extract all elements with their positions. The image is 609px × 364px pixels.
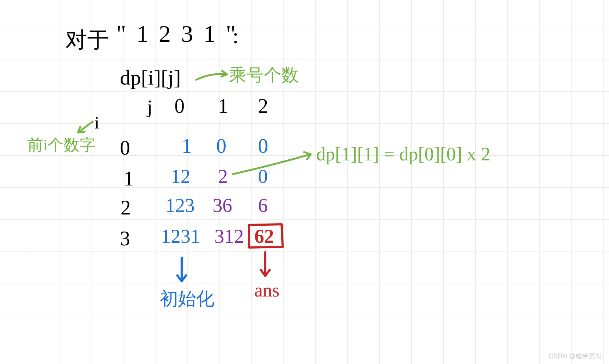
note-prefix-digits: 前i个数字 [27,134,96,156]
cell-2-1: 36 [213,194,232,217]
row-2: 2 [121,196,131,219]
cell-0-2: 0 [258,134,268,158]
cell-0-0: 1 [182,134,192,158]
cell-3-0: 1231 [161,225,200,248]
row-0: 0 [120,136,130,159]
watermark: CSDN @糯米菜勾 [549,352,602,360]
row-1: 1 [124,167,134,190]
cell-1-2: 0 [258,165,268,188]
title-colon: : [233,24,239,49]
cell-1-1: 2 [218,165,228,188]
cell-2-2: 6 [258,194,268,217]
col-0: 0 [174,94,185,118]
dp-label: dp[i][j] [120,65,181,90]
col-header-j: j [147,96,152,118]
row-3: 3 [120,227,130,250]
cell-3-1: 312 [214,225,244,248]
title-prefix: 对于 [65,25,109,55]
col-2: 2 [258,94,268,118]
cell-1-0: 12 [171,165,190,188]
cell-3-2: 62 [254,225,274,248]
row-header-i: i [94,113,99,132]
title-string: " 1 2 3 1 " [116,20,238,48]
note-multiplier-count: 乘号个数 [229,64,299,87]
note-formula: dp[1][1] = dp[0][0] x 2 [316,143,491,165]
cell-2-0: 123 [165,194,195,217]
col-1: 1 [218,94,228,118]
note-ans: ans [254,279,279,301]
note-init: 初始化 [160,287,214,311]
cell-0-1: 0 [216,134,226,158]
